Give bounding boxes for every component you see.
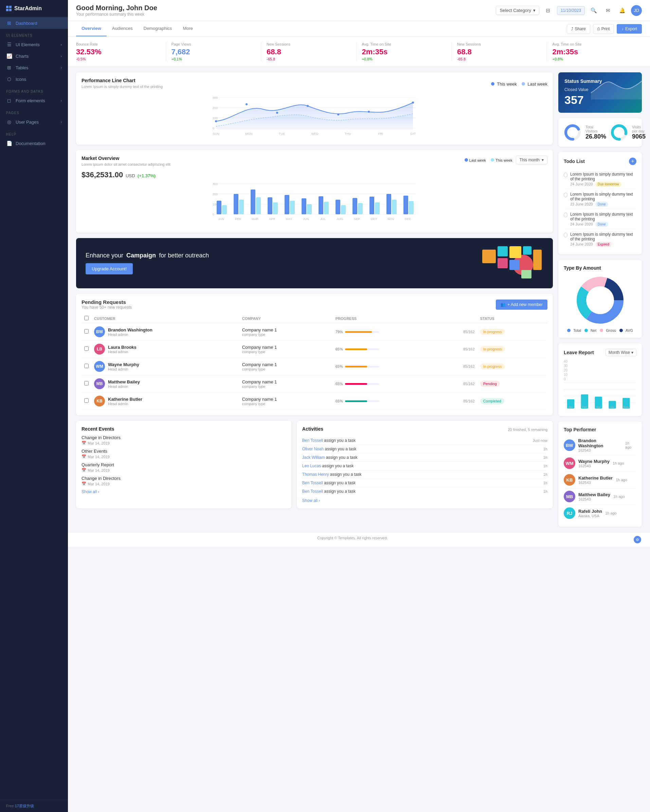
sidebar-item-dashboard[interactable]: ⊞ Dashboard <box>0 17 68 29</box>
svg-text:SUN: SUN <box>213 132 219 136</box>
row-checkbox[interactable] <box>84 329 88 333</box>
event-name: Quarterly Report <box>81 462 286 467</box>
tp-avatar: MB <box>564 491 575 502</box>
todo-tag: Done <box>595 202 608 207</box>
calendar-icon-btn[interactable]: ⊟ <box>543 5 554 16</box>
tab-more[interactable]: More <box>177 21 198 36</box>
activity-person-link[interactable]: Ben Tossell <box>302 438 323 443</box>
calendar-icon: 📅 <box>81 441 86 445</box>
sidebar-item-documentation[interactable]: 📄 Documentation <box>0 137 68 149</box>
app-name: StarAdmin <box>14 5 42 12</box>
stat-sessions2-change: -65.8 <box>457 57 541 61</box>
svg-text:JUN: JUN <box>303 217 309 221</box>
tab-audiences[interactable]: Audiences <box>107 21 138 36</box>
list-item: Change in Directors 📅 Mar 14, 2019 <box>81 435 286 445</box>
list-item: MB Matthew Bailey 162543 1h ago <box>564 488 636 505</box>
svg-text:MON: MON <box>246 132 253 136</box>
visits-label: Visits per day <box>632 125 645 133</box>
share-button[interactable]: ⤴ Share <box>567 24 590 34</box>
tab-overview[interactable]: Overview <box>76 21 107 36</box>
mail-icon-btn[interactable]: ✉ <box>603 5 613 16</box>
row-checkbox[interactable] <box>84 381 88 385</box>
market-filter-dropdown[interactable]: This month ▾ <box>516 156 548 164</box>
company-type: company type <box>242 402 330 406</box>
search-icon-btn[interactable]: 🔍 <box>588 5 599 16</box>
sidebar-item-ui-elements[interactable]: ☰ UI Elements › <box>0 39 68 50</box>
todo-checkbox[interactable] <box>564 212 568 217</box>
event-name: Change in Directors <box>81 435 286 440</box>
activity-time: 1h <box>543 447 548 451</box>
show-all-activities-link[interactable]: Show all › <box>302 498 548 503</box>
bell-icon-btn[interactable]: 🔔 <box>617 5 627 16</box>
chevron-right-icon2: › <box>61 54 62 58</box>
stat-new-sessions-2: New Sessions 68.8 -65.8 <box>452 42 547 61</box>
sidebar-item-charts[interactable]: 📈 Charts › <box>0 50 68 62</box>
row-checkbox[interactable] <box>84 346 88 351</box>
svg-rect-58 <box>290 201 295 214</box>
total-visitors-card: Total Visitors 26.80% Visits per day 906… <box>558 118 642 147</box>
list-item: Change in Directors 📅 Mar 14, 2019 <box>81 476 286 486</box>
progress-cell: 79% 85/162 <box>336 330 475 334</box>
leave-filter-dropdown[interactable]: Month Wise ▾ <box>606 349 636 356</box>
legend-last-week: Last week <box>522 81 548 87</box>
customer-name: Brandon Washington <box>108 327 153 333</box>
sidebar-item-tables[interactable]: ⊞ Tables › <box>0 62 68 73</box>
add-icon: 👥 <box>500 302 506 307</box>
settings-icon-btn[interactable]: ⚙ <box>634 536 641 543</box>
todo-checkbox[interactable] <box>564 172 568 177</box>
print-button[interactable]: ⎙ Print <box>593 24 614 34</box>
upgrade-button[interactable]: Upgrade Account! <box>85 263 133 275</box>
bottom-row: Recent Events Change in Directors 📅 Mar … <box>76 421 553 514</box>
select-all-checkbox[interactable] <box>84 316 88 320</box>
sidebar-item-form-elements[interactable]: ◻ Form elements › <box>0 95 68 106</box>
svg-rect-52 <box>386 194 391 214</box>
market-bar-chart-svg: 300 200 100 0 JAN FEB MAR APR MAY JUN JU… <box>81 182 548 226</box>
activity-person-link[interactable]: Oliver Noah <box>302 447 323 451</box>
tp-avatar: RJ <box>564 507 575 519</box>
svg-rect-66 <box>482 250 496 263</box>
visitors-label: Total Visitors <box>586 125 606 133</box>
todo-checkbox[interactable] <box>564 233 568 237</box>
tab-demographics[interactable]: Demographics <box>138 21 178 36</box>
tables-icon: ⊞ <box>6 65 12 70</box>
sidebar: StarAdmin ⊞ Dashboard UI ELEMENTS ☰ UI E… <box>0 0 68 812</box>
tp-time: 1h ago <box>616 478 627 482</box>
todo-checkbox[interactable] <box>564 192 568 197</box>
top-performer-card: Top Performer BW Brandon Washington 1625… <box>558 421 642 527</box>
progress-fill <box>345 348 367 350</box>
app-logo[interactable]: StarAdmin <box>0 0 68 17</box>
svg-text:300: 300 <box>213 96 218 99</box>
pending-header-text: Pending Requests You have 50+ new reques… <box>81 299 132 310</box>
activity-person-link[interactable]: Jack William <box>302 455 325 460</box>
add-todo-button[interactable]: + <box>629 157 636 165</box>
show-all-events-link[interactable]: Show all › <box>81 489 286 494</box>
sidebar-user-pages-label: User Pages <box>15 119 39 125</box>
row-checkbox[interactable] <box>84 398 88 403</box>
activity-person-link[interactable]: Ben Tossell <box>302 481 323 485</box>
activities-header: Activities 20 finished, 5 remaining <box>302 426 548 433</box>
activity-person-link[interactable]: Thomas Henry <box>302 472 329 477</box>
export-button[interactable]: ↓ Export <box>617 24 642 34</box>
list-item: RJ Rafeli John Alaska, USA 1h ago <box>564 505 636 521</box>
upgrade-link[interactable]: 17星级升级 <box>15 804 34 808</box>
sidebar-item-icons[interactable]: ⬡ Icons <box>0 73 68 85</box>
svg-rect-63 <box>375 202 380 214</box>
leave-header: Leave Report Month Wise ▾ <box>564 349 636 356</box>
activity-person-link[interactable]: Ben Tossell <box>302 489 323 494</box>
user-avatar[interactable]: JD <box>631 5 642 16</box>
company-name: Company name 1 <box>242 379 330 385</box>
todo-text: Lorem Ipsum is simply dummy text of the … <box>570 212 636 221</box>
progress-bg <box>345 348 379 350</box>
tp-time: 1h ago <box>613 495 625 499</box>
category-dropdown[interactable]: Select Category ▾ <box>496 6 539 15</box>
charts-icon: 📈 <box>6 53 12 59</box>
tp-name: Brandon Washington <box>578 438 622 448</box>
add-member-button[interactable]: 👥 + Add new member <box>496 299 548 310</box>
sidebar-item-user-pages[interactable]: ◎ User Pages › <box>0 116 68 128</box>
activity-person-link[interactable]: Leo Lucas <box>302 464 321 468</box>
company-name: Company name 1 <box>242 397 330 402</box>
svg-text:WED: WED <box>311 132 319 136</box>
tp-sub: 162543 <box>578 448 622 452</box>
row-checkbox[interactable] <box>84 364 88 368</box>
perf-chart-legend: This week Last week <box>491 81 548 87</box>
